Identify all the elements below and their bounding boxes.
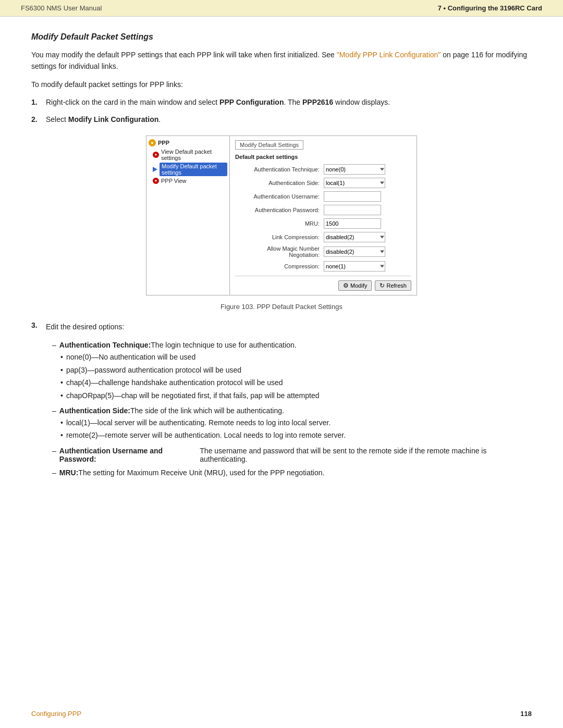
field-select-wrapper-5: disabled(2) <box>324 232 385 242</box>
step1-bold1: PPP Configuration <box>219 98 284 106</box>
modify-arrow-icon <box>153 167 157 172</box>
section-text-0: The login technique to use for authentic… <box>151 341 296 349</box>
modify-button-label: Modify <box>350 282 367 289</box>
field-label-0: Authentication Technique: <box>235 166 324 172</box>
dash-2: – <box>52 447 56 455</box>
step2-item: 2. Select Modify Link Configuration. <box>31 114 532 125</box>
section-text-2: The username and password that will be s… <box>200 447 532 463</box>
section-title: Modify Default Packet Settings <box>31 32 532 42</box>
bullet-item-1-1: remote(2)—remote server will be authenti… <box>60 429 532 441</box>
step1-bold2: PPP2616 <box>302 98 333 106</box>
field-label-4: MRU: <box>235 220 324 227</box>
para1-start: You may modify the default PPP settings … <box>31 51 337 59</box>
field-input-2[interactable] <box>324 191 381 202</box>
figure-caption: Figure 103. PPP Default Packet Settings <box>31 303 532 311</box>
bullet-item-0-3: chapORpap(5)—chap will be negotiated fir… <box>60 390 532 401</box>
header-bar: FS6300 NMS User Manual 7 • Configuring t… <box>0 0 563 17</box>
modify-icon: ⚙ <box>343 282 349 289</box>
step3-intro: Edit the desired options: <box>46 321 124 332</box>
settings-group-label: Default packet settings <box>235 154 411 160</box>
step3-row: 3. Edit the desired options: <box>31 321 532 332</box>
field-row-3: Authentication Password: <box>235 205 411 215</box>
bullet-section-0: –Authentication Technique: The login tec… <box>52 341 532 401</box>
numbered-list: 1. Right-click on the card in the main w… <box>31 96 532 125</box>
section-bold-0: Authentication Technique: <box>59 341 151 349</box>
field-select-wrapper-7: none(1) <box>324 261 385 272</box>
tree-item-modify[interactable]: Modify Default packet settings <box>149 163 227 176</box>
field-input-3[interactable] <box>324 205 381 215</box>
screenshot-container: ● PPP ● View Default packet settings Mod… <box>31 135 532 295</box>
tree-panel: ● PPP ● View Default packet settings Mod… <box>146 136 230 295</box>
dash-1: – <box>52 406 56 415</box>
field-label-7: Compression: <box>235 263 324 269</box>
ppp-icon: ● <box>149 139 156 146</box>
step3-sections: –Authentication Technique: The login tec… <box>31 341 532 476</box>
step3-num: 3. <box>31 321 46 332</box>
bullet-list-1: local(1)—local server will be authentica… <box>60 417 532 441</box>
header-right: 7 • Configuring the 3196RC Card <box>438 4 542 12</box>
bullet-item-1-0: local(1)—local server will be authentica… <box>60 417 532 428</box>
page: FS6300 NMS User Manual 7 • Configuring t… <box>0 0 563 728</box>
pppview-icon: ● <box>153 178 159 184</box>
refresh-button-label: Refresh <box>386 282 407 289</box>
section-label-0: –Authentication Technique: The login tec… <box>52 341 532 349</box>
bullet-section-1: –Authentication Side: The side of the li… <box>52 406 532 441</box>
tree-item-view[interactable]: ● View Default packet settings <box>149 149 227 161</box>
step1-num: 1. <box>31 96 46 108</box>
tree-item-modify-label: Modify Default packet settings <box>160 163 227 176</box>
screenshot-box: ● PPP ● View Default packet settings Mod… <box>146 135 417 295</box>
section-label-3: –MRU: The setting for Maximum Receive Un… <box>52 468 532 477</box>
field-label-1: Authentication Side: <box>235 180 324 186</box>
field-select-wrapper-6: disabled(2) <box>324 246 385 257</box>
view-icon: ● <box>153 152 159 158</box>
field-row-7: Compression:none(1) <box>235 261 411 272</box>
bullet-item-0-1: pap(3)—password authentication protocol … <box>60 364 532 376</box>
field-row-1: Authentication Side:local(1) <box>235 178 411 188</box>
field-select-6[interactable]: disabled(2) <box>324 246 385 257</box>
field-label-5: Link Compression: <box>235 234 324 240</box>
step1-text-start: Right-click on the card in the main wind… <box>46 98 219 106</box>
footer-left: Configuring PPP <box>31 710 81 718</box>
field-select-wrapper-1: local(1) <box>324 178 385 188</box>
refresh-icon: ↻ <box>380 282 385 289</box>
field-row-0: Authentication Technique:none(0) <box>235 164 411 175</box>
para1: You may modify the default PPP settings … <box>31 49 532 72</box>
step2-text: Select Modify Link Configuration. <box>46 114 161 125</box>
bullet-list-0: none(0)—No authentication will be usedpa… <box>60 351 532 401</box>
step2-text-start: Select <box>46 115 68 124</box>
tree-item-view-label: View Default packet settings <box>161 149 227 161</box>
refresh-button[interactable]: ↻ Refresh <box>375 280 411 291</box>
step3-container: 3. Edit the desired options: <box>31 321 532 332</box>
para1-link[interactable]: "Modify PPP Link Configuration" <box>337 51 441 59</box>
step2-bold: Modify Link Configuration <box>68 115 158 124</box>
field-input-4[interactable] <box>324 218 381 229</box>
field-row-6: Allow Magic Number Negotiation:disabled(… <box>235 245 411 258</box>
footer-bar: Configuring PPP 118 <box>0 710 563 718</box>
tree-item-pppview-label: PPP View <box>161 178 187 184</box>
modify-button[interactable]: ⚙ Modify <box>338 280 372 291</box>
section-label-2: –Authentication Username and Password: T… <box>52 447 532 463</box>
section-text-3: The setting for Maximum Receive Unit (MR… <box>78 468 324 477</box>
tree-root: ● PPP <box>149 139 227 146</box>
bullet-item-0-2: chap(4)—challenge handshake authenticati… <box>60 377 532 388</box>
field-select-1[interactable]: local(1) <box>324 178 385 188</box>
field-select-7[interactable]: none(1) <box>324 261 385 272</box>
field-label-2: Authentication Username: <box>235 193 324 200</box>
step2-num: 2. <box>31 114 46 125</box>
footer-right: 118 <box>520 710 532 718</box>
step1-text-end: window displays. <box>333 98 390 106</box>
bullet-item-0-0: none(0)—No authentication will be used <box>60 351 532 363</box>
field-select-wrapper-0: none(0) <box>324 164 385 175</box>
field-select-0[interactable]: none(0) <box>324 164 385 175</box>
field-row-4: MRU: <box>235 218 411 229</box>
settings-group-title-wrapper: Modify Default Settings <box>235 140 303 150</box>
main-content: Modify Default Packet Settings You may m… <box>0 17 563 503</box>
dash-3: – <box>52 468 56 477</box>
field-select-5[interactable]: disabled(2) <box>324 232 385 242</box>
settings-divider <box>235 276 411 276</box>
para2: To modify default packet settings for PP… <box>31 79 532 90</box>
field-row-2: Authentication Username: <box>235 191 411 202</box>
step1-text-mid: . The <box>284 98 302 106</box>
section-bold-3: MRU: <box>59 468 79 477</box>
tree-item-pppview[interactable]: ● PPP View <box>149 178 227 184</box>
